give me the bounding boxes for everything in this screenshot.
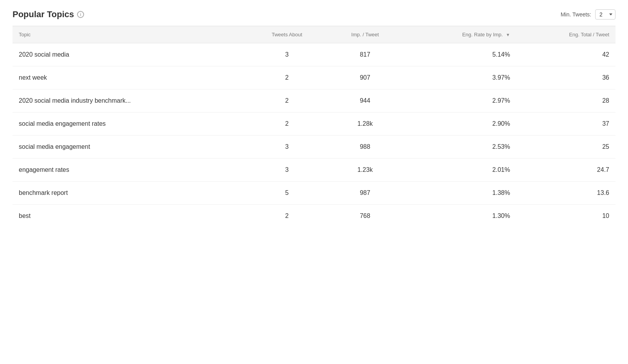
cell-eng-rate: 1.30% (403, 205, 517, 228)
cell-topic: next week (13, 66, 246, 89)
table-header: Topic Tweets About Imp. / Tweet Eng. Rat… (13, 26, 615, 43)
cell-eng-rate: 2.97% (403, 89, 517, 112)
sort-icon: ▼ (506, 32, 510, 37)
table-row: social media engagement rates21.28k2.90%… (13, 112, 615, 136)
cell-eng-rate: 5.14% (403, 43, 517, 66)
cell-topic: social media engagement (13, 136, 246, 159)
page-title: Popular Topics (13, 9, 74, 20)
min-tweets-label: Min. Tweets: (561, 11, 591, 18)
cell-eng-total: 37 (516, 112, 615, 136)
table-row: next week29073.97%36 (13, 66, 615, 89)
col-header-imp-per-tweet: Imp. / Tweet (327, 26, 403, 43)
cell-tweets-about: 3 (246, 136, 327, 159)
cell-tweets-about: 2 (246, 112, 327, 136)
page-container: Popular Topics i Min. Tweets: 2 3 5 10 T… (0, 0, 628, 364)
cell-topic: best (13, 205, 246, 228)
header-left: Popular Topics i (13, 9, 84, 20)
cell-topic: benchmark report (13, 182, 246, 205)
table-header-row: Topic Tweets About Imp. / Tweet Eng. Rat… (13, 26, 615, 43)
cell-tweets-about: 3 (246, 159, 327, 182)
cell-eng-rate: 2.53% (403, 136, 517, 159)
table-row: 2020 social media38175.14%42 (13, 43, 615, 66)
cell-imp-per-tweet: 817 (327, 43, 403, 66)
cell-topic: 2020 social media (13, 43, 246, 66)
min-tweets-select-wrapper: 2 3 5 10 (595, 9, 615, 20)
cell-tweets-about: 3 (246, 43, 327, 66)
cell-imp-per-tweet: 987 (327, 182, 403, 205)
cell-tweets-about: 2 (246, 205, 327, 228)
cell-imp-per-tweet: 1.23k (327, 159, 403, 182)
col-header-eng-total: Eng. Total / Tweet (516, 26, 615, 43)
header-right: Min. Tweets: 2 3 5 10 (561, 9, 615, 20)
col-header-tweets-about: Tweets About (246, 26, 327, 43)
cell-topic: 2020 social media industry benchmark... (13, 89, 246, 112)
col-header-eng-rate[interactable]: Eng. Rate by Imp. ▼ (403, 26, 517, 43)
table-row: social media engagement39882.53%25 (13, 136, 615, 159)
table-row: engagement rates31.23k2.01%24.7 (13, 159, 615, 182)
cell-imp-per-tweet: 988 (327, 136, 403, 159)
popular-topics-table: Topic Tweets About Imp. / Tweet Eng. Rat… (13, 26, 615, 227)
cell-eng-total: 25 (516, 136, 615, 159)
table-row: benchmark report59871.38%13.6 (13, 182, 615, 205)
cell-tweets-about: 2 (246, 66, 327, 89)
table-body: 2020 social media38175.14%42next week290… (13, 43, 615, 228)
cell-eng-total: 24.7 (516, 159, 615, 182)
col-header-topic: Topic (13, 26, 246, 43)
cell-eng-total: 36 (516, 66, 615, 89)
table-row: best27681.30%10 (13, 205, 615, 228)
info-icon[interactable]: i (77, 11, 84, 18)
cell-eng-rate: 1.38% (403, 182, 517, 205)
cell-eng-rate: 3.97% (403, 66, 517, 89)
cell-imp-per-tweet: 768 (327, 205, 403, 228)
cell-eng-rate: 2.01% (403, 159, 517, 182)
cell-topic: engagement rates (13, 159, 246, 182)
cell-eng-rate: 2.90% (403, 112, 517, 136)
cell-tweets-about: 5 (246, 182, 327, 205)
min-tweets-select[interactable]: 2 3 5 10 (595, 9, 615, 20)
cell-eng-total: 10 (516, 205, 615, 228)
cell-imp-per-tweet: 944 (327, 89, 403, 112)
cell-eng-total: 42 (516, 43, 615, 66)
page-header: Popular Topics i Min. Tweets: 2 3 5 10 (13, 9, 615, 20)
table-row: 2020 social media industry benchmark...2… (13, 89, 615, 112)
cell-topic: social media engagement rates (13, 112, 246, 136)
cell-imp-per-tweet: 907 (327, 66, 403, 89)
cell-eng-total: 13.6 (516, 182, 615, 205)
cell-imp-per-tweet: 1.28k (327, 112, 403, 136)
cell-tweets-about: 2 (246, 89, 327, 112)
cell-eng-total: 28 (516, 89, 615, 112)
